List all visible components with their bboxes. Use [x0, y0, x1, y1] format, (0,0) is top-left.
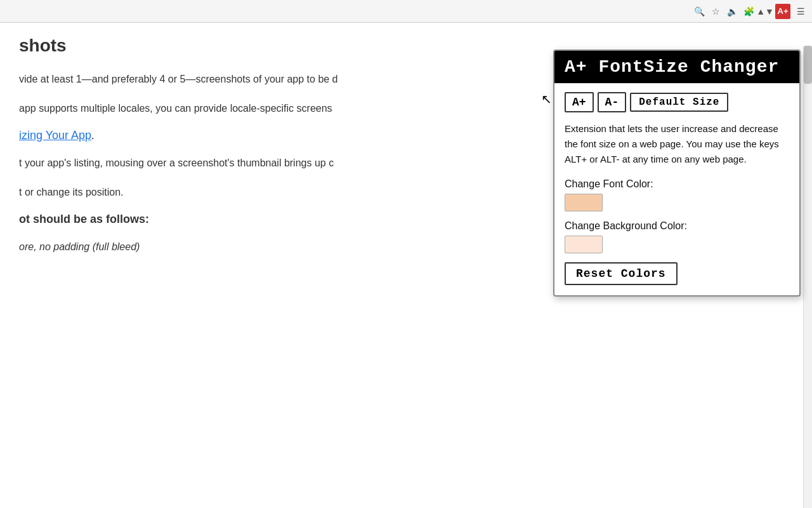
increase-font-button[interactable]: A+ — [565, 92, 594, 112]
extension-popup: A+ FontSize Changer A+ A- Default Size E… — [553, 50, 801, 297]
up-triangle-icon[interactable]: ▲▼ — [759, 5, 771, 18]
popup-description: Extension that lets the user increase an… — [565, 121, 789, 167]
search-icon[interactable]: 🔍 — [693, 5, 705, 18]
speaker-icon[interactable]: 🔈 — [726, 5, 738, 18]
localizing-link[interactable]: izing Your App — [19, 129, 91, 142]
fontsize-extension-icon[interactable]: A+ — [775, 4, 790, 19]
font-color-swatch[interactable] — [565, 194, 603, 211]
reset-colors-button[interactable]: Reset Colors — [565, 262, 678, 285]
browser-toolbar: 🔍 ☆ 🔈 🧩 ▲▼ A+ ☰ — [0, 0, 812, 23]
bg-color-swatch[interactable] — [565, 236, 603, 253]
decrease-font-button[interactable]: A- — [598, 92, 627, 112]
scrollbar-thumb[interactable] — [804, 46, 812, 84]
paragraph-3: t your app's listing, mousing over a scr… — [19, 155, 539, 171]
bg-color-label: Change Background Color: — [565, 220, 789, 232]
paragraph-4: t or change its position. — [19, 184, 539, 201]
star-icon[interactable]: ☆ — [709, 5, 722, 18]
font-color-label: Change Font Color: — [565, 178, 789, 190]
default-size-button[interactable]: Default Size — [630, 93, 728, 112]
menu-icon[interactable]: ☰ — [794, 5, 807, 18]
paragraph-2: app supports multiple locales, you can p… — [19, 100, 539, 117]
link-suffix: . — [91, 130, 94, 141]
page-content-area: shots vide at least 1—and preferably 4 o… — [0, 23, 812, 508]
paragraph-1: vide at least 1—and preferably 4 or 5—sc… — [19, 71, 539, 88]
puzzle-icon[interactable]: 🧩 — [742, 5, 755, 18]
mouse-cursor: ↖ — [541, 91, 552, 107]
paragraph-6: ore, no padding (full bleed) — [19, 239, 539, 255]
scrollbar[interactable] — [803, 46, 812, 508]
font-size-controls: A+ A- Default Size — [565, 92, 789, 112]
popup-title: A+ FontSize Changer — [554, 51, 799, 83]
